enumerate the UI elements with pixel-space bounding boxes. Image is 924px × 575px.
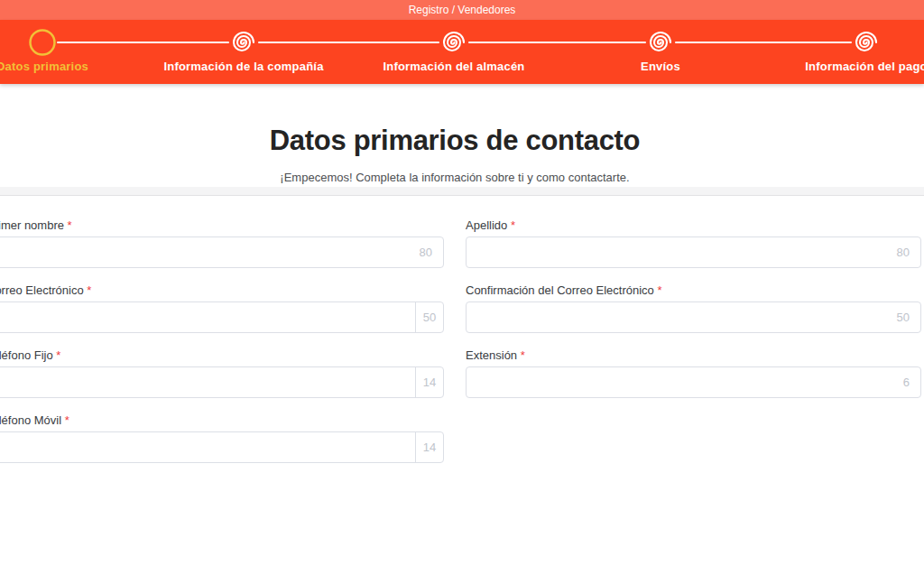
field-label: Confirmación del Correo Electrónico — [466, 283, 654, 297]
last-name-input[interactable] — [467, 237, 897, 267]
step-connector-line — [468, 42, 646, 43]
top-bar-title: Registro / Vendedores — [409, 4, 516, 16]
extension-field: Extensión * 6 — [466, 348, 921, 398]
step-label: Datos primarios — [0, 60, 88, 73]
page-title: Datos primarios de contacto — [0, 124, 924, 158]
stepper: Datos primarios Información de la compañ… — [0, 20, 924, 84]
landline-phone-field: Teléfono Fijo * 14 — [0, 348, 444, 398]
required-asterisk: * — [65, 413, 69, 427]
field-label: Teléfono Móvil — [0, 413, 61, 427]
mobile-phone-input[interactable] — [0, 432, 415, 462]
step-label: Información del pago — [805, 60, 924, 73]
required-asterisk: * — [657, 283, 661, 297]
spiral-icon — [852, 28, 881, 57]
spiral-icon — [439, 28, 468, 57]
required-asterisk: * — [87, 283, 91, 297]
required-asterisk: * — [521, 348, 525, 362]
last-name-field: Apellido * 80 — [466, 218, 921, 268]
field-label: Correo Electrónico — [0, 283, 84, 297]
field-label: Primer nombre — [0, 218, 64, 232]
step-connector-line — [258, 42, 439, 43]
spiral-icon — [229, 28, 258, 57]
page-subtitle: ¡Empecemos! Completa la información sobr… — [0, 171, 924, 184]
email-confirmation-field: Confirmación del Correo Electrónico * 50 — [466, 283, 921, 333]
spiral-icon — [646, 28, 675, 57]
contact-form: Primer nombre * 80 Apellido * 80 Correo … — [0, 218, 921, 478]
landline-phone-input[interactable] — [0, 367, 415, 397]
step-connector-line — [675, 42, 852, 43]
step-label: Envíos — [641, 60, 680, 73]
step-label: Información del almacén — [383, 60, 524, 73]
step-connector-line — [57, 42, 229, 43]
first-name-field: Primer nombre * 80 — [0, 218, 444, 268]
char-counter: 6 — [903, 376, 920, 389]
required-asterisk: * — [56, 348, 60, 362]
char-counter: 14 — [415, 367, 443, 397]
field-label: Apellido — [466, 218, 507, 232]
char-counter: 80 — [420, 246, 443, 259]
first-name-input[interactable] — [0, 237, 420, 267]
required-asterisk: * — [68, 218, 72, 232]
section-divider — [0, 187, 924, 196]
char-counter: 80 — [897, 246, 920, 259]
char-counter: 50 — [415, 302, 443, 332]
char-counter: 14 — [415, 432, 443, 462]
mobile-phone-field: Teléfono Móvil * 14 — [0, 413, 444, 463]
field-label: Extensión — [466, 348, 517, 362]
extension-input[interactable] — [467, 367, 903, 397]
top-bar: Registro / Vendedores — [0, 0, 924, 20]
email-input[interactable] — [0, 302, 415, 332]
step-label: Información de la compañía — [163, 60, 323, 73]
email-field: Correo Electrónico * 50 — [0, 283, 444, 333]
char-counter: 50 — [897, 311, 920, 324]
circle-outline-icon — [28, 28, 57, 57]
required-asterisk: * — [511, 218, 515, 232]
field-label: Teléfono Fijo — [0, 348, 53, 362]
email-confirmation-input[interactable] — [467, 302, 897, 332]
